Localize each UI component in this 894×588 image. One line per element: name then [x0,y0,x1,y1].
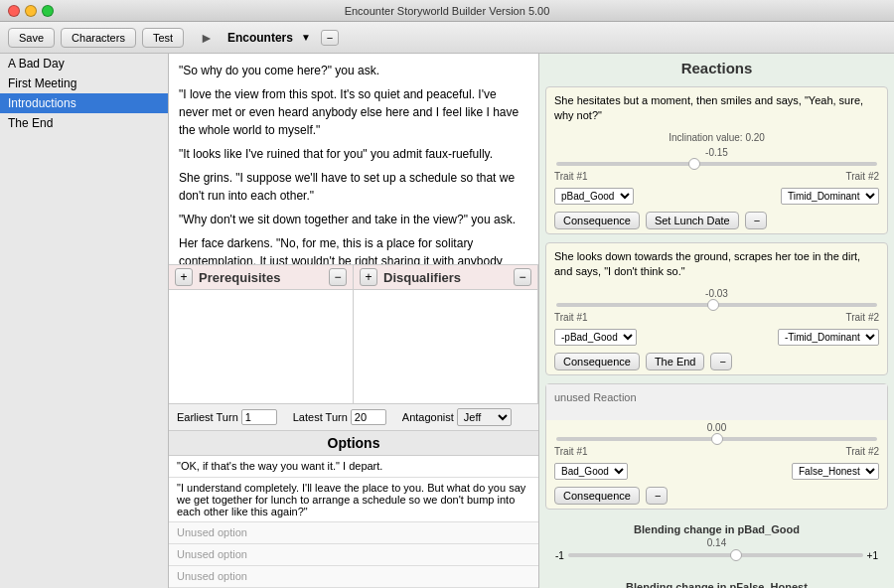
slider-row-2 [546,301,887,309]
trait-row-1: Trait #1 Trait #2 [546,168,887,185]
test-button[interactable]: Test [142,28,184,48]
reaction-remove-btn-2[interactable]: − [710,353,732,370]
encounter-item-introductions[interactable]: Introductions [0,93,168,113]
antagonist-select[interactable]: Jeff [457,408,512,426]
slider-thumb-3[interactable] [711,433,723,445]
blending-value-1: 0.14 [545,537,888,548]
trait1-select-2[interactable]: -pBad_Good [554,329,637,346]
inclination-row-1: Inclination value: 0.20 [546,130,887,145]
window-controls [8,5,54,17]
right-panel: Reactions She hesitates but a moment, th… [538,54,894,588]
blending-min-1: -1 [555,550,564,561]
trait1-label-3: Trait #1 [554,446,588,457]
title-bar: Encounter Storyworld Builder Version 5.0… [0,0,894,22]
reactions-title: Reactions [539,54,894,82]
blending-section-1: Blending change in pBad_Good 0.14 -1 +1 [545,517,888,567]
trait1-select-1[interactable]: pBad_Good [554,188,634,205]
consequence-btn-2[interactable]: Consequence [554,353,640,370]
encounter-item-the-end[interactable]: The End [0,113,168,133]
trait2-select-1[interactable]: Timid_Dominant [781,188,879,205]
story-para-5: "Why don't we sit down together and take… [179,211,528,228]
prerequisites-box: + Prerequisites − [169,265,354,403]
prerequisites-title: Prerequisites [199,270,280,285]
prereq-header-row: + Prerequisites [175,268,280,286]
blending-thumb-1[interactable] [730,549,742,561]
prereq-add-button[interactable]: + [175,268,193,286]
disq-remove-button[interactable]: − [514,268,531,286]
latest-turn-field: Latest Turn [293,409,386,425]
consequence-btn-3[interactable]: Consequence [554,487,640,505]
encounters-label: Encounters [227,31,293,45]
main-content: A Bad Day First Meeting Introductions Th… [0,54,894,588]
trait1-label-2: Trait #1 [554,312,588,323]
prerequisites-content [169,290,353,403]
antagonist-field: Antagonist Jeff [402,408,512,426]
trait2-label-3: Trait #2 [845,446,879,457]
story-para-4: She grins. "I suppose we'll have to set … [179,169,528,205]
disq-header-row: + Disqualifiers [360,268,461,286]
story-para-3: "It looks like I've ruined that for you"… [179,145,528,163]
latest-turn-input[interactable] [351,409,386,425]
encounters-dropdown-icon: ▼ [301,32,311,43]
reaction-card-1: She hesitates but a moment, then smiles … [545,86,888,234]
earliest-turn-label: Earliest Turn [177,411,238,423]
slider-row-3 [546,435,887,443]
slider-track-2[interactable] [556,303,877,307]
latest-turn-label: Latest Turn [293,411,348,423]
the-end-btn[interactable]: The End [646,353,705,370]
encounter-item-a-bad-day[interactable]: A Bad Day [0,54,168,74]
reaction-text-3: unused Reaction [546,384,887,420]
save-button[interactable]: Save [8,28,55,48]
collapse-icon: ► [200,30,214,46]
slider-track-1[interactable] [556,162,877,166]
earliest-turn-field: Earliest Turn [177,409,277,425]
characters-button[interactable]: Characters [61,28,136,48]
disq-add-button[interactable]: + [360,268,377,286]
window-title: Encounter Storyworld Builder Version 5.0… [345,5,550,17]
option-item-4[interactable]: Unused option [169,544,538,566]
prereq-disq-section: + Prerequisites − + Disqualifiers − [169,264,538,403]
blending-title-1: Blending change in pBad_Good [545,521,888,537]
option-item-5[interactable]: Unused option [169,566,538,588]
consequence-btn-1[interactable]: Consequence [554,212,640,229]
story-para-6: Her face darkens. "No, for me, this is a… [179,234,528,264]
reaction-card-2: She looks down towards the ground, scrap… [545,242,888,375]
set-lunch-date-btn[interactable]: Set Lunch Date [646,212,739,229]
slider-row-1 [546,160,887,168]
reaction-remove-btn-3[interactable]: − [646,487,668,505]
trait1-label-1: Trait #1 [554,171,588,182]
trait-row-2: Trait #1 Trait #2 [546,309,887,326]
minimize-button[interactable] [25,5,37,17]
blending-slider-row-1: -1 +1 [545,548,888,563]
maximize-button[interactable] [42,5,54,17]
trait-select-row-2: -pBad_Good -Timid_Dominant [546,326,887,349]
encounters-minus-btn[interactable]: − [321,31,339,45]
prereq-remove-button[interactable]: − [329,268,347,286]
slider-thumb-2[interactable] [707,299,719,311]
slider-thumb-1[interactable] [688,158,700,170]
story-text: "So why do you come here?" you ask. "I l… [169,54,538,264]
reaction-text-2: She looks down towards the ground, scrap… [546,243,887,286]
option-item-1[interactable]: "OK, if that's the way you want it." I d… [169,456,538,478]
trait2-select-3[interactable]: False_Honest [792,463,879,480]
trait2-select-2[interactable]: -Timid_Dominant [778,329,879,346]
trait2-label-1: Trait #2 [845,171,879,182]
earliest-turn-input[interactable] [241,409,277,425]
close-button[interactable] [8,5,20,17]
trait-select-row-3: Bad_Good False_Honest [546,460,887,483]
trait2-label-2: Trait #2 [845,312,879,323]
blending-track-1[interactable] [568,553,863,557]
trait1-select-3[interactable]: Bad_Good [554,463,628,480]
center-panel: "So why do you come here?" you ask. "I l… [169,54,538,588]
option-item-2[interactable]: "I understand completely. I'll leave the… [169,478,538,522]
inclination-value-1: -0.15 [546,145,887,160]
left-panel: A Bad Day First Meeting Introductions Th… [0,54,169,588]
disqualifiers-title: Disqualifiers [383,270,461,285]
encounter-list: A Bad Day First Meeting Introductions Th… [0,54,168,588]
encounter-item-first-meeting[interactable]: First Meeting [0,74,168,93]
reaction-remove-btn-1[interactable]: − [745,212,767,229]
reaction-text-1: She hesitates but a moment, then smiles … [546,87,887,130]
reaction-card-3: unused Reaction 0.00 Trait #1 Trait #2 B… [545,383,888,510]
slider-track-3[interactable] [556,437,877,441]
option-item-3[interactable]: Unused option [169,522,538,544]
